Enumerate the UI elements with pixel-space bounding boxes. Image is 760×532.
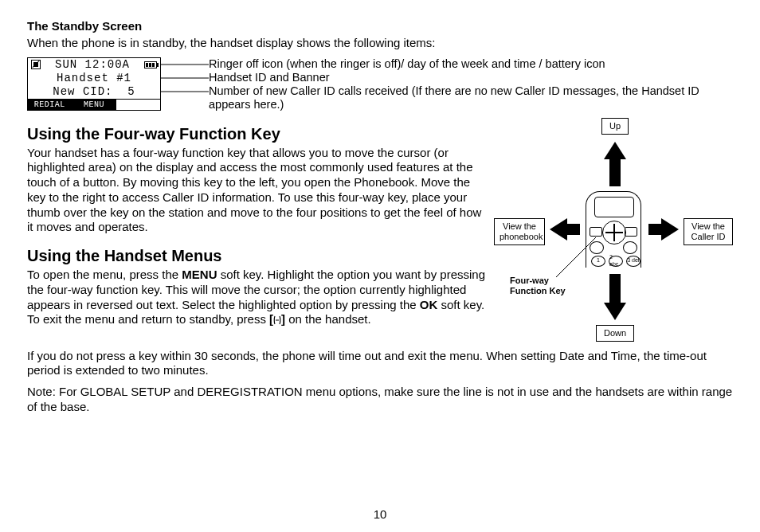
- callout-1: Ringer off icon (when the ringer is off)…: [209, 57, 733, 71]
- menus-p1: To open the menu, press the MENU soft ke…: [27, 268, 486, 327]
- softkey-left-icon: [590, 227, 602, 237]
- lcd-callout-block: SUN 12:00A Handset #1 New CID: 5 REDIAL …: [27, 57, 733, 113]
- handset-screen-icon: [594, 197, 634, 217]
- key-3: 3 def: [626, 256, 641, 267]
- handset-illustration: 1 2 abc 3 def: [586, 191, 641, 268]
- softkey-redial: REDIAL: [28, 99, 72, 110]
- battery-icon: [144, 61, 157, 68]
- dpad-icon: [602, 221, 626, 244]
- svg-marker-6: [648, 218, 679, 241]
- end-key-icon: [273, 315, 281, 325]
- heading-fourway: Using the Four-way Function Key: [27, 124, 486, 144]
- lcd-line2: Handset #1: [28, 72, 160, 85]
- menus-p2: If you do not press a key within 30 seco…: [27, 349, 733, 379]
- lcd-line1-time: SUN 12:00A: [55, 58, 130, 72]
- talk-key-icon: [590, 241, 604, 254]
- lcd-screen: SUN 12:00A Handset #1 New CID: 5 REDIAL …: [27, 57, 161, 111]
- end-key-shape-icon: [623, 241, 637, 254]
- svg-marker-4: [604, 274, 626, 320]
- key-1: 1: [591, 256, 605, 267]
- fourway-body: Your handset has a four-way function key…: [27, 146, 486, 236]
- ringer-off-icon: [31, 60, 41, 69]
- softkey-menu: MENU: [72, 99, 116, 110]
- lcd-line3: New CID: 5: [28, 85, 160, 99]
- heading-menus: Using the Handset Menus: [27, 246, 486, 266]
- menus-p3: Note: For GLOBAL SETUP and DEREGISTRATIO…: [27, 385, 733, 415]
- page-number: 10: [0, 507, 760, 522]
- svg-marker-3: [604, 142, 626, 186]
- svg-marker-5: [550, 218, 580, 241]
- key-2: 2 abc: [609, 256, 623, 267]
- softkey-right-icon: [625, 227, 637, 237]
- callout-2: Handset ID and Banner: [209, 71, 733, 84]
- standby-intro: When the phone is in standby, the handse…: [27, 36, 733, 51]
- lcd-softkeys: REDIAL MENU: [28, 99, 160, 110]
- callout-3: Number of new Caller ID calls received (…: [209, 84, 733, 111]
- heading-standby: The Standby Screen: [27, 19, 733, 34]
- leader-lines: [161, 57, 209, 113]
- fourway-diagram: Up Down View thephonebook View theCaller…: [494, 118, 733, 349]
